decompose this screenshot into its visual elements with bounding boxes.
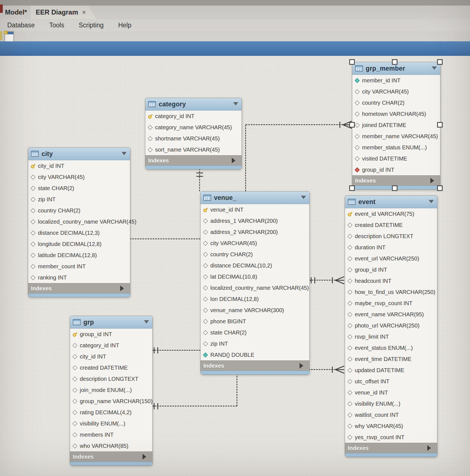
relationship-line-venue-event[interactable]	[309, 280, 336, 281]
column-row[interactable]: category_id INT	[145, 111, 242, 122]
column-row[interactable]: longitude DECIMAL(12,8)	[28, 238, 130, 250]
column-row[interactable]: venue_id INT	[345, 387, 437, 398]
column-row[interactable]: zip INT	[28, 194, 130, 205]
column-row[interactable]: phone BIGINT	[201, 316, 309, 327]
table-header[interactable]: venue_	[201, 192, 309, 204]
column-row[interactable]: duration INT	[345, 242, 437, 253]
expand-arrow-icon[interactable]	[300, 363, 306, 369]
indexes-footer[interactable]: Indexes	[70, 451, 152, 462]
column-row[interactable]: group_name VARCHAR(150)	[70, 396, 152, 407]
column-row[interactable]: visibility ENUM(...)	[345, 398, 437, 409]
chevron-down-icon[interactable]	[144, 320, 149, 324]
column-row[interactable]: joined DATETIME	[352, 119, 440, 131]
column-row[interactable]: RAND() DOUBLE	[201, 349, 309, 360]
column-row[interactable]: country CHAR(2)	[28, 205, 130, 216]
indexes-footer[interactable]: Indexes	[201, 360, 309, 371]
column-row[interactable]: address_2 VARCHAR(200)	[201, 226, 309, 238]
menu-tools[interactable]: Tools	[49, 21, 64, 29]
column-row[interactable]: hometown VARCHAR(45)	[352, 108, 440, 119]
column-row[interactable]: group_id INT	[70, 329, 152, 340]
expand-arrow-icon[interactable]	[143, 454, 149, 460]
column-row[interactable]: event_id VARCHAR(75)	[345, 208, 437, 219]
column-row[interactable]: category_name VARCHAR(45)	[145, 122, 242, 133]
menu-database[interactable]: Database	[7, 21, 35, 29]
column-row[interactable]: member_status ENUM(...)	[352, 142, 440, 153]
column-row[interactable]: city VARCHAR(45)	[201, 238, 309, 249]
column-row[interactable]: members INT	[70, 429, 152, 440]
column-row[interactable]: group_id INT	[345, 264, 437, 275]
column-row[interactable]: lat DECIMAL(10,8)	[201, 271, 309, 282]
column-row[interactable]: distance DECIMAL(12,3)	[28, 227, 130, 238]
relationship-line-grp-venue-lower[interactable]	[237, 373, 237, 406]
column-row[interactable]: city VARCHAR(45)	[28, 171, 130, 183]
column-row[interactable]: country CHAR(2)	[201, 249, 309, 260]
chevron-down-icon[interactable]	[122, 152, 127, 155]
indexes-footer[interactable]: Indexes	[145, 155, 242, 166]
column-row[interactable]: waitlist_count INT	[345, 409, 437, 420]
column-row[interactable]: updated DATETIME	[345, 365, 437, 376]
selection-handle[interactable]	[437, 122, 443, 128]
column-row[interactable]: event_name VARCHAR(95)	[345, 309, 437, 320]
column-row[interactable]: zip INT	[201, 338, 309, 349]
column-row[interactable]: maybe_rsvp_count INT	[345, 298, 437, 309]
table-header[interactable]: category	[145, 98, 242, 111]
tab-eer-diagram[interactable]: EER Diagram ×	[31, 6, 97, 19]
column-row[interactable]: shortname VARCHAR(45)	[145, 133, 242, 144]
column-row[interactable]: description LONGTEXT	[70, 373, 152, 384]
column-row[interactable]: photo_url VARCHAR(250)	[345, 320, 437, 331]
selection-handle[interactable]	[349, 185, 355, 191]
selection-handle[interactable]	[437, 59, 443, 65]
chevron-down-icon[interactable]	[429, 200, 434, 203]
relationship-line-grp-venue-upper[interactable]	[152, 350, 200, 351]
selection-handle[interactable]	[392, 59, 397, 65]
column-row[interactable]: localized_country_name VARCHAR(45)	[28, 216, 130, 227]
menu-help[interactable]: Help	[118, 21, 131, 29]
column-row[interactable]: rsvp_limit INT	[345, 331, 437, 342]
table-header[interactable]: grp	[70, 316, 152, 329]
table-venue[interactable]: venue_ venue_id INT address_1 VARCHAR(20…	[200, 191, 310, 375]
column-row[interactable]: join_mode ENUM(...)	[70, 384, 152, 396]
table-city[interactable]: city city_id INT city VARCHAR(45) state …	[28, 147, 130, 297]
column-row[interactable]: ranking INT	[28, 272, 130, 283]
relationship-line-venue-grpmember[interactable]	[246, 124, 343, 125]
chevron-down-icon[interactable]	[432, 66, 437, 70]
column-row[interactable]: how_to_find_us VARCHAR(250)	[345, 286, 437, 298]
column-row[interactable]: yes_rsvp_count INT	[345, 432, 437, 443]
column-row[interactable]: member_name VARCHAR(45)	[352, 131, 440, 142]
column-row[interactable]: distance DECIMAL(10,2)	[201, 260, 309, 271]
column-row[interactable]: city_id INT	[70, 351, 152, 362]
table-header[interactable]: city	[28, 148, 130, 160]
column-row[interactable]: state CHAR(2)	[201, 327, 309, 338]
column-row[interactable]: country CHAR(2)	[352, 97, 440, 108]
expand-arrow-icon[interactable]	[232, 158, 238, 163]
column-row[interactable]: sort_name VARCHAR(45)	[145, 144, 242, 155]
table-category[interactable]: category category_id INT category_name V…	[145, 98, 242, 169]
column-row[interactable]: group_id INT	[352, 164, 440, 175]
table-grp[interactable]: grp group_id INT category_id INT city_id…	[70, 316, 153, 466]
column-row[interactable]: headcount INT	[345, 275, 437, 286]
column-row[interactable]: created DATETIME	[345, 219, 437, 231]
selection-handle[interactable]	[349, 59, 355, 65]
column-row[interactable]: venue_id INT	[201, 204, 309, 215]
column-row[interactable]: description LONGTEXT	[345, 231, 437, 242]
indexes-footer[interactable]: Indexes	[345, 443, 437, 453]
selection-handle[interactable]	[349, 122, 355, 128]
relationship-line-venue-event-2[interactable]	[308, 369, 336, 370]
menu-scripting[interactable]: Scripting	[79, 21, 103, 29]
indexes-footer[interactable]: Indexes	[28, 283, 130, 293]
column-row[interactable]: lon DECIMAL(12,8)	[201, 293, 309, 305]
selection-handle[interactable]	[437, 185, 443, 191]
table-grp-member[interactable]: grp_member member_id INT city VARCHAR(45…	[352, 62, 440, 190]
column-row[interactable]: state CHAR(2)	[28, 183, 130, 194]
column-row[interactable]: event_time DATETIME	[345, 353, 437, 365]
column-row[interactable]: event_url VARCHAR(250)	[345, 253, 437, 264]
column-row[interactable]: address_1 VARCHAR(200)	[201, 215, 309, 226]
close-icon[interactable]: ×	[82, 8, 86, 16]
chevron-down-icon[interactable]	[233, 102, 238, 106]
column-row[interactable]: venue_name VARCHAR(300)	[201, 305, 309, 316]
table-header[interactable]: event	[345, 196, 437, 208]
chevron-down-icon[interactable]	[301, 196, 306, 199]
table-event[interactable]: event event_id VARCHAR(75) created DATET…	[345, 195, 437, 457]
column-row[interactable]: who VARCHAR(85)	[70, 440, 152, 451]
column-row[interactable]: visited DATETIME	[352, 153, 440, 164]
